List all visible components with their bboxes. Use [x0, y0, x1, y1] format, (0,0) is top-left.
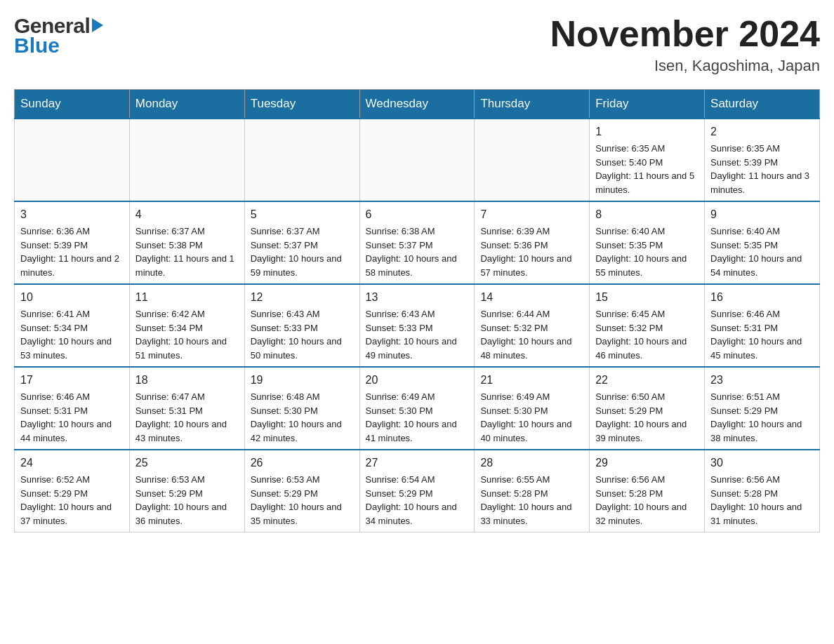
calendar-title: November 2024 [550, 14, 820, 54]
logo-blue-text: Blue [14, 34, 60, 58]
table-row: 28Sunrise: 6:55 AMSunset: 5:28 PMDayligh… [475, 450, 590, 532]
table-row: 6Sunrise: 6:38 AMSunset: 5:37 PMDaylight… [359, 201, 475, 284]
calendar-week-row: 3Sunrise: 6:36 AMSunset: 5:39 PMDaylight… [15, 201, 820, 284]
table-row: 3Sunrise: 6:36 AMSunset: 5:39 PMDaylight… [15, 201, 130, 284]
day-info: Sunrise: 6:55 AMSunset: 5:28 PMDaylight:… [480, 473, 583, 528]
table-row: 27Sunrise: 6:54 AMSunset: 5:29 PMDayligh… [359, 450, 475, 532]
day-number: 26 [251, 455, 354, 471]
table-row: 16Sunrise: 6:46 AMSunset: 5:31 PMDayligh… [705, 284, 820, 367]
table-row [129, 119, 244, 201]
table-row [475, 119, 590, 201]
day-number: 27 [366, 455, 469, 471]
table-row: 29Sunrise: 6:56 AMSunset: 5:28 PMDayligh… [590, 450, 705, 532]
table-row: 7Sunrise: 6:39 AMSunset: 5:36 PMDaylight… [475, 201, 590, 284]
day-number: 11 [135, 289, 239, 306]
calendar-week-row: 24Sunrise: 6:52 AMSunset: 5:29 PMDayligh… [15, 450, 820, 532]
day-info: Sunrise: 6:47 AMSunset: 5:31 PMDaylight:… [135, 390, 239, 445]
day-info: Sunrise: 6:43 AMSunset: 5:33 PMDaylight:… [366, 307, 469, 362]
day-number: 5 [251, 206, 354, 223]
table-row: 21Sunrise: 6:49 AMSunset: 5:30 PMDayligh… [475, 367, 590, 450]
day-info: Sunrise: 6:42 AMSunset: 5:34 PMDaylight:… [135, 307, 239, 362]
day-number: 7 [480, 206, 583, 223]
day-number: 18 [135, 372, 239, 389]
day-number: 2 [710, 123, 814, 140]
day-number: 3 [20, 206, 124, 223]
day-number: 9 [710, 206, 814, 223]
table-row: 18Sunrise: 6:47 AMSunset: 5:31 PMDayligh… [129, 367, 244, 450]
calendar-week-row: 10Sunrise: 6:41 AMSunset: 5:34 PMDayligh… [15, 284, 820, 367]
table-row: 13Sunrise: 6:43 AMSunset: 5:33 PMDayligh… [359, 284, 475, 367]
table-row: 9Sunrise: 6:40 AMSunset: 5:35 PMDaylight… [705, 201, 820, 284]
day-info: Sunrise: 6:38 AMSunset: 5:37 PMDaylight:… [366, 224, 469, 279]
day-info: Sunrise: 6:37 AMSunset: 5:38 PMDaylight:… [135, 224, 239, 279]
day-number: 13 [366, 289, 469, 306]
table-row: 12Sunrise: 6:43 AMSunset: 5:33 PMDayligh… [244, 284, 359, 367]
day-info: Sunrise: 6:46 AMSunset: 5:31 PMDaylight:… [710, 307, 814, 362]
day-number: 4 [135, 206, 239, 223]
day-number: 17 [20, 372, 124, 389]
day-info: Sunrise: 6:35 AMSunset: 5:39 PMDaylight:… [710, 142, 814, 196]
day-number: 30 [710, 455, 814, 471]
table-row: 14Sunrise: 6:44 AMSunset: 5:32 PMDayligh… [475, 284, 590, 367]
day-info: Sunrise: 6:56 AMSunset: 5:28 PMDaylight:… [595, 473, 699, 528]
day-number: 22 [595, 372, 699, 389]
day-number: 8 [595, 206, 699, 223]
day-info: Sunrise: 6:48 AMSunset: 5:30 PMDaylight:… [251, 390, 354, 445]
table-row: 26Sunrise: 6:53 AMSunset: 5:29 PMDayligh… [244, 450, 359, 532]
calendar-header-row: Sunday Monday Tuesday Wednesday Thursday… [15, 90, 820, 119]
day-info: Sunrise: 6:46 AMSunset: 5:31 PMDaylight:… [20, 390, 124, 445]
page-header: General Blue November 2024 Isen, Kagoshi… [14, 14, 820, 75]
day-info: Sunrise: 6:53 AMSunset: 5:29 PMDaylight:… [251, 473, 354, 528]
header-wednesday: Wednesday [359, 90, 475, 119]
day-info: Sunrise: 6:49 AMSunset: 5:30 PMDaylight:… [480, 390, 583, 445]
table-row: 2Sunrise: 6:35 AMSunset: 5:39 PMDaylight… [705, 119, 820, 201]
day-info: Sunrise: 6:50 AMSunset: 5:29 PMDaylight:… [595, 390, 699, 445]
day-number: 25 [135, 455, 239, 471]
day-info: Sunrise: 6:36 AMSunset: 5:39 PMDaylight:… [20, 224, 124, 279]
header-tuesday: Tuesday [244, 90, 359, 119]
day-info: Sunrise: 6:44 AMSunset: 5:32 PMDaylight:… [480, 307, 583, 362]
table-row [15, 119, 130, 201]
day-info: Sunrise: 6:43 AMSunset: 5:33 PMDaylight:… [251, 307, 354, 362]
table-row: 5Sunrise: 6:37 AMSunset: 5:37 PMDaylight… [244, 201, 359, 284]
table-row: 11Sunrise: 6:42 AMSunset: 5:34 PMDayligh… [129, 284, 244, 367]
day-number: 29 [595, 455, 699, 471]
table-row: 24Sunrise: 6:52 AMSunset: 5:29 PMDayligh… [15, 450, 130, 532]
calendar-week-row: 17Sunrise: 6:46 AMSunset: 5:31 PMDayligh… [15, 367, 820, 450]
day-info: Sunrise: 6:54 AMSunset: 5:29 PMDaylight:… [366, 473, 469, 528]
table-row [359, 119, 475, 201]
day-number: 23 [710, 372, 814, 389]
day-info: Sunrise: 6:49 AMSunset: 5:30 PMDaylight:… [366, 390, 469, 445]
table-row: 30Sunrise: 6:56 AMSunset: 5:28 PMDayligh… [705, 450, 820, 532]
table-row: 15Sunrise: 6:45 AMSunset: 5:32 PMDayligh… [590, 284, 705, 367]
calendar-week-row: 1Sunrise: 6:35 AMSunset: 5:40 PMDaylight… [15, 119, 820, 201]
day-number: 21 [480, 372, 583, 389]
table-row: 8Sunrise: 6:40 AMSunset: 5:35 PMDaylight… [590, 201, 705, 284]
table-row: 20Sunrise: 6:49 AMSunset: 5:30 PMDayligh… [359, 367, 475, 450]
day-info: Sunrise: 6:37 AMSunset: 5:37 PMDaylight:… [251, 224, 354, 279]
table-row: 17Sunrise: 6:46 AMSunset: 5:31 PMDayligh… [15, 367, 130, 450]
header-sunday: Sunday [15, 90, 130, 119]
day-number: 6 [366, 206, 469, 223]
day-info: Sunrise: 6:40 AMSunset: 5:35 PMDaylight:… [595, 224, 699, 279]
logo-arrow-icon [92, 18, 103, 32]
header-saturday: Saturday [705, 90, 820, 119]
table-row: 10Sunrise: 6:41 AMSunset: 5:34 PMDayligh… [15, 284, 130, 367]
day-info: Sunrise: 6:52 AMSunset: 5:29 PMDaylight:… [20, 473, 124, 528]
day-info: Sunrise: 6:53 AMSunset: 5:29 PMDaylight:… [135, 473, 239, 528]
day-number: 20 [366, 372, 469, 389]
table-row: 1Sunrise: 6:35 AMSunset: 5:40 PMDaylight… [590, 119, 705, 201]
day-info: Sunrise: 6:56 AMSunset: 5:28 PMDaylight:… [710, 473, 814, 528]
title-block: November 2024 Isen, Kagoshima, Japan [550, 14, 820, 75]
table-row: 25Sunrise: 6:53 AMSunset: 5:29 PMDayligh… [129, 450, 244, 532]
day-number: 19 [251, 372, 354, 389]
table-row [244, 119, 359, 201]
header-monday: Monday [129, 90, 244, 119]
day-number: 15 [595, 289, 699, 306]
day-number: 1 [595, 123, 699, 140]
day-number: 10 [20, 289, 124, 306]
table-row: 22Sunrise: 6:50 AMSunset: 5:29 PMDayligh… [590, 367, 705, 450]
day-info: Sunrise: 6:40 AMSunset: 5:35 PMDaylight:… [710, 224, 814, 279]
day-info: Sunrise: 6:45 AMSunset: 5:32 PMDaylight:… [595, 307, 699, 362]
table-row: 4Sunrise: 6:37 AMSunset: 5:38 PMDaylight… [129, 201, 244, 284]
